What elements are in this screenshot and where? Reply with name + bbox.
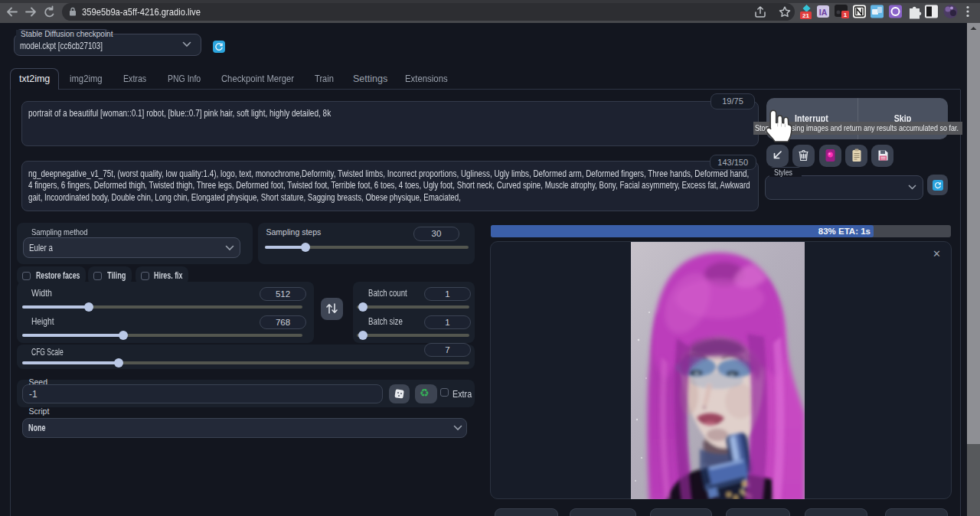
- svg-text:IA: IA: [819, 8, 828, 17]
- svg-text:21: 21: [802, 12, 809, 19]
- svg-text:1: 1: [844, 11, 848, 18]
